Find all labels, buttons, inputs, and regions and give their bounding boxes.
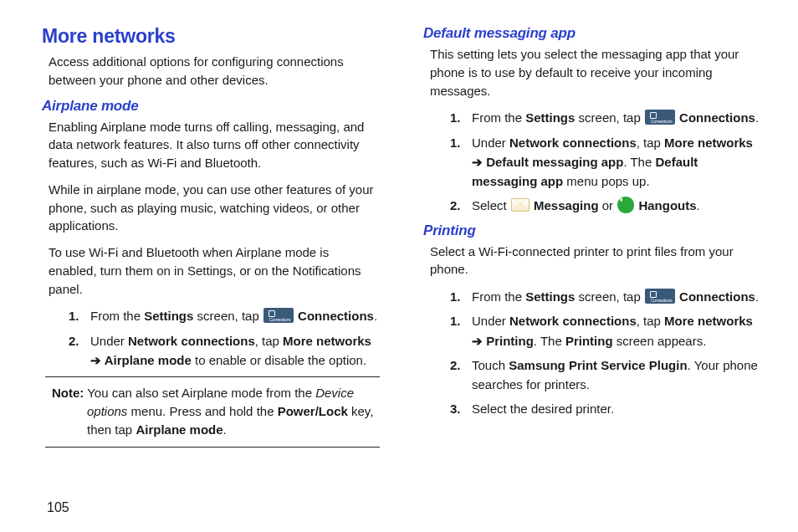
airplane-p3: To use Wi-Fi and Bluetooth when Airplane… bbox=[49, 243, 376, 298]
airplane-p1: Enabling Airplane mode turns off calling… bbox=[49, 118, 376, 172]
arrow-icon: ➔ bbox=[472, 155, 486, 169]
left-column: More networks Access additional options … bbox=[42, 25, 383, 454]
airplane-mode-label: Airplane mode bbox=[105, 353, 192, 367]
text: . bbox=[755, 289, 759, 304]
printing-label: Printing bbox=[565, 334, 613, 348]
text: or bbox=[599, 198, 617, 212]
network-connections-label: Network connections bbox=[509, 136, 637, 150]
text: Under bbox=[90, 334, 128, 348]
text: Touch bbox=[472, 358, 509, 372]
text: . bbox=[755, 110, 759, 125]
airplane-step-1: 1. From the Settings screen, tap Connect… bbox=[69, 306, 383, 325]
text: . The bbox=[623, 155, 655, 169]
text: screen, tap bbox=[193, 309, 263, 323]
airplane-step-2: 2. Under Network connections, tap More n… bbox=[69, 331, 383, 371]
more-networks-intro: Access additional options for configurin… bbox=[49, 53, 376, 90]
airplane-steps: 1. From the Settings screen, tap Connect… bbox=[69, 306, 383, 370]
more-networks-label: More networks bbox=[664, 314, 753, 328]
printing-intro: Select a Wi-Fi-connected printer to prin… bbox=[430, 243, 758, 279]
printing-step-3: 3. Select the desired printer. bbox=[450, 399, 765, 418]
hangouts-label: Hangouts bbox=[638, 198, 696, 212]
samsung-plugin-label: Samsung Print Service Plugin bbox=[509, 358, 687, 372]
step-number: 2. bbox=[69, 331, 79, 350]
messaging-intro: This setting lets you select the messagi… bbox=[430, 45, 758, 100]
text: menu pops up. bbox=[563, 174, 649, 188]
right-column: Default messaging app This setting lets … bbox=[423, 25, 765, 454]
text: , tap bbox=[637, 314, 664, 328]
connections-icon bbox=[645, 110, 675, 125]
messaging-label: Messaging bbox=[534, 198, 599, 212]
text: . bbox=[697, 198, 700, 212]
printing-step-2: 2. Touch Samsung Print Service Plugin. Y… bbox=[450, 356, 765, 395]
text: screen, tap bbox=[575, 110, 644, 125]
settings-label: Settings bbox=[525, 110, 575, 125]
section-heading-more-networks: More networks bbox=[42, 25, 383, 48]
text: Select the desired printer. bbox=[472, 402, 614, 416]
note-text: Note: You can also set Airplane mode fro… bbox=[49, 384, 376, 438]
airplane-mode-label: Airplane mode bbox=[136, 422, 223, 437]
messaging-step-1b: 1. Under Network connections, tap More n… bbox=[450, 133, 765, 192]
arrow-icon: ➔ bbox=[472, 334, 486, 348]
step-number: 1. bbox=[450, 133, 461, 152]
printing-step-1: 1. From the Settings screen, tap Connect… bbox=[450, 287, 765, 306]
printing-label: Printing bbox=[486, 334, 534, 348]
page-content: More networks Access additional options … bbox=[42, 25, 765, 454]
text: , tap bbox=[255, 334, 283, 348]
messaging-step-2: 2. Select Messaging or Hangouts. bbox=[450, 196, 765, 215]
note-label: Note: bbox=[52, 386, 84, 400]
note-divider-bottom bbox=[45, 447, 380, 448]
arrow-icon: ➔ bbox=[90, 353, 105, 367]
messaging-steps: 1. From the Settings screen, tap Connect… bbox=[450, 108, 765, 215]
network-connections-label: Network connections bbox=[509, 314, 637, 328]
subheading-printing: Printing bbox=[423, 223, 765, 239]
connections-icon bbox=[263, 308, 294, 323]
text: screen, tap bbox=[575, 289, 644, 304]
step-number: 2. bbox=[450, 356, 461, 375]
hangouts-icon bbox=[617, 197, 634, 213]
subheading-airplane-mode: Airplane mode bbox=[42, 98, 383, 115]
text: You can also set Airplane mode from the bbox=[84, 386, 315, 400]
text: Under bbox=[472, 314, 509, 328]
connections-label: Connections bbox=[298, 309, 374, 323]
step-number: 1. bbox=[450, 287, 461, 306]
text: Select bbox=[472, 198, 510, 212]
text: , tap bbox=[637, 136, 664, 150]
text: screen appears. bbox=[613, 334, 707, 348]
step-number: 1. bbox=[69, 306, 79, 325]
step-number: 3. bbox=[450, 399, 461, 418]
text: . bbox=[374, 309, 377, 323]
text: Under bbox=[472, 136, 509, 150]
connections-label: Connections bbox=[679, 289, 755, 304]
text: From the bbox=[472, 289, 525, 304]
text: menu. Press and hold the bbox=[127, 404, 277, 418]
settings-label: Settings bbox=[144, 309, 193, 323]
step-number: 2. bbox=[450, 196, 461, 215]
page-number: 105 bbox=[47, 500, 69, 515]
step-number: 1. bbox=[450, 311, 461, 330]
printing-steps: 1. From the Settings screen, tap Connect… bbox=[450, 287, 765, 419]
text: . The bbox=[534, 334, 565, 348]
network-connections-label: Network connections bbox=[128, 334, 255, 348]
more-networks-label: More networks bbox=[283, 334, 371, 348]
default-messaging-label: Default messaging app bbox=[486, 155, 623, 169]
step-number: 1. bbox=[450, 108, 461, 127]
airplane-p2: While in airplane mode, you can use othe… bbox=[49, 181, 376, 235]
printing-step-1b: 1. Under Network connections, tap More n… bbox=[450, 311, 765, 350]
messaging-icon bbox=[511, 198, 529, 212]
note-block: Note: You can also set Airplane mode fro… bbox=[45, 384, 380, 438]
note-divider-top bbox=[45, 376, 380, 377]
connections-icon bbox=[645, 289, 675, 304]
text: From the bbox=[90, 309, 144, 323]
connections-label: Connections bbox=[679, 110, 755, 125]
settings-label: Settings bbox=[525, 289, 575, 304]
subheading-default-messaging: Default messaging app bbox=[423, 25, 765, 42]
power-lock-label: Power/Lock bbox=[278, 404, 348, 418]
messaging-step-1: 1. From the Settings screen, tap Connect… bbox=[450, 108, 765, 127]
text: . bbox=[223, 422, 227, 437]
text: to enable or disable the option. bbox=[192, 353, 366, 367]
text: From the bbox=[472, 110, 525, 125]
more-networks-label: More networks bbox=[664, 136, 753, 150]
